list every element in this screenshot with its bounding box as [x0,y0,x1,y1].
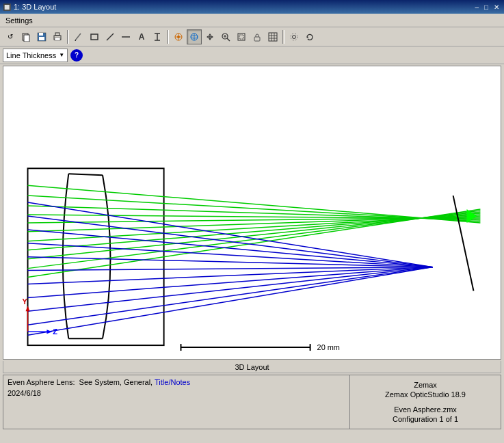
svg-rect-6 [55,33,59,36]
3d-view-button[interactable] [187,29,202,44]
file-name: Even Asphere.zmx [394,405,457,414]
title-bar: 🔲 1: 3D Layout – □ ✕ [0,0,504,14]
refresh-button[interactable]: ↺ [3,29,18,44]
svg-line-29 [227,38,230,41]
svg-rect-33 [239,35,243,39]
bottom-right-panel: Zemax Zemax OpticStudio 18.9 Even Aspher… [350,375,501,429]
separator-2 [167,30,169,44]
lens-description: Even Asphere Lens: See System, General, … [8,378,345,386]
maximize-button[interactable]: □ [482,3,490,11]
svg-point-19 [177,36,180,38]
main-toolbar: ↺ A [0,27,504,46]
print-button[interactable] [50,29,65,44]
save-button[interactable] [34,29,49,44]
window-title: 1: 3D Layout [14,3,56,11]
canvas-area: Y Z 20 mm [3,66,501,360]
diagonal-line-button[interactable] [103,29,118,44]
svg-marker-23 [209,33,211,36]
move-button[interactable] [202,29,217,44]
date-label: 2024/6/18 [8,389,345,397]
close-button[interactable]: ✕ [492,3,501,11]
svg-rect-3 [39,33,43,36]
title-notes-link[interactable]: Title/Notes [155,378,190,386]
settings2-button[interactable] [287,29,302,44]
config-label: Configuration 1 of 1 [393,415,458,423]
svg-rect-7 [55,38,60,40]
minimize-button[interactable]: – [473,3,481,11]
ray-fan-button[interactable] [171,29,186,44]
svg-rect-35 [269,33,277,41]
svg-point-41 [291,33,297,40]
separator-1 [67,30,69,44]
line-thickness-dropdown[interactable]: Line Thickness ▼ [3,49,68,62]
menu-bar: Settings [0,14,504,27]
zoom-button[interactable] [218,29,233,44]
svg-text:Z: Z [53,327,57,336]
svg-point-27 [209,36,211,38]
refresh2-button[interactable] [302,29,317,44]
svg-marker-26 [211,36,213,38]
help-button[interactable]: ? [70,49,83,62]
svg-rect-10 [91,34,98,40]
caption-text: 3D Layout [235,363,269,371]
svg-text:20 mm: 20 mm [317,343,340,351]
pencil-button[interactable] [71,29,86,44]
caption-bar: 3D Layout [3,361,501,373]
line-thickness-bar: Line Thickness ▼ ? [0,46,504,64]
window-zoom-button[interactable] [234,29,249,44]
svg-line-11 [107,33,114,40]
bottom-left-panel: Even Asphere Lens: See System, General, … [3,375,350,429]
rectangle-button[interactable] [87,29,102,44]
dropdown-arrow-icon: ▼ [59,52,64,58]
svg-rect-4 [39,37,44,40]
settings-menu[interactable]: Settings [1,15,37,26]
svg-rect-32 [238,33,245,40]
product-name: Zemax OpticStudio 18.9 [385,390,466,399]
company-name: Zemax [414,381,437,389]
text-button[interactable]: A [134,29,149,44]
horizontal-line-button[interactable] [118,29,133,44]
svg-point-40 [293,35,296,38]
optical-diagram: Y Z 20 mm [3,66,501,359]
separator-3 [282,30,284,44]
svg-rect-1 [24,35,29,42]
svg-text:Y: Y [23,297,28,306]
app-icon: 🔲 [3,3,11,11]
line-thickness-label: Line Thickness [6,51,56,59]
grid-button[interactable] [265,29,280,44]
copy-button[interactable] [18,29,34,44]
svg-line-8 [75,33,81,40]
svg-rect-34 [254,37,260,41]
lock-button[interactable] [250,29,265,44]
bracket-button[interactable] [150,29,165,44]
svg-marker-24 [209,38,211,40]
svg-marker-25 [207,36,209,38]
bottom-info: Even Asphere Lens: See System, General, … [3,375,501,429]
